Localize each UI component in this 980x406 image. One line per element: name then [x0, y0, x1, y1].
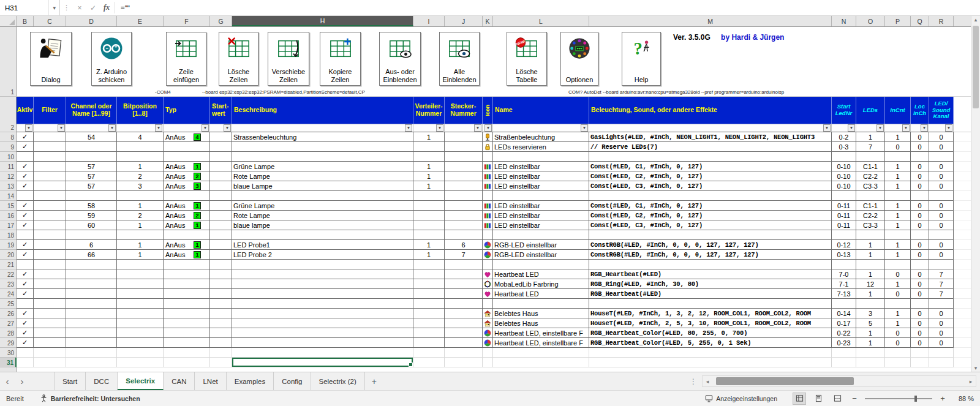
cell-D11[interactable]: 57: [66, 162, 117, 171]
scroll-down-icon[interactable]: ▾: [971, 365, 980, 371]
cell-Q24[interactable]: 0: [911, 289, 929, 299]
cell-F26[interactable]: [164, 309, 210, 318]
cell-R27[interactable]: 0: [929, 318, 954, 328]
column-header-O[interactable]: O: [856, 16, 885, 26]
tab-config[interactable]: Config: [274, 372, 311, 390]
cell-E17[interactable]: 1: [117, 220, 164, 230]
tab-dcc[interactable]: DCC: [86, 372, 118, 390]
toolbar-button-lösche-zeilen[interactable]: Lösche Zeilen: [219, 32, 258, 86]
cell-O16[interactable]: C2-2: [856, 211, 885, 220]
row-header-17[interactable]: 17: [0, 220, 17, 230]
cell-O20[interactable]: 1: [856, 250, 885, 260]
cell-R12[interactable]: 0: [929, 171, 954, 181]
cell-K8[interactable]: [483, 132, 493, 142]
cell-I16[interactable]: [413, 211, 445, 220]
cell-I22[interactable]: [413, 269, 445, 279]
tab-can[interactable]: CAN: [164, 372, 195, 390]
cell-Q15[interactable]: 0: [911, 201, 929, 211]
cell-P30[interactable]: [885, 348, 911, 358]
cell-R9[interactable]: 0: [929, 142, 954, 152]
cell-L20[interactable]: RGB-LED einstellbar: [493, 250, 589, 260]
cell-P28[interactable]: 0: [885, 328, 911, 338]
cell-B10[interactable]: [17, 152, 34, 162]
cell-M8[interactable]: GasLights(#LED, #InCh, NEON_LIGHT1, NEON…: [589, 132, 832, 142]
cell-O13[interactable]: C3-3: [856, 181, 885, 191]
cell-H11[interactable]: Grüne Lampe: [232, 162, 413, 171]
cell-Q20[interactable]: 0: [911, 250, 929, 260]
row-header-20[interactable]: 20: [0, 250, 17, 260]
cell-G23[interactable]: [210, 279, 232, 289]
cell-J16[interactable]: [445, 211, 483, 220]
cell-J29[interactable]: [445, 338, 483, 348]
cell-I10[interactable]: [413, 152, 445, 162]
scrollbar-resize-handle[interactable]: ⋮: [690, 377, 697, 386]
cell-D25[interactable]: [66, 299, 117, 309]
cell-P19[interactable]: 1: [885, 240, 911, 250]
scroll-right-icon[interactable]: ▸: [966, 378, 976, 385]
cell-G11[interactable]: [210, 162, 232, 171]
cell-M31[interactable]: [589, 358, 832, 367]
cell-O29[interactable]: 1: [856, 338, 885, 348]
column-header-E[interactable]: E: [117, 16, 164, 26]
cell-F10[interactable]: [164, 152, 210, 162]
row-header-26[interactable]: 26: [0, 309, 17, 318]
cell-O19[interactable]: 1: [856, 240, 885, 250]
tab-start[interactable]: Start: [54, 372, 86, 390]
cell-E24[interactable]: [117, 289, 164, 299]
cell-B16[interactable]: ✓: [17, 211, 34, 220]
name-box[interactable]: H31 ▾: [0, 0, 60, 15]
cell-D23[interactable]: [66, 279, 117, 289]
cell-J14[interactable]: [445, 191, 483, 201]
cell-P11[interactable]: 1: [885, 162, 911, 171]
row-header-19[interactable]: 19: [0, 240, 17, 250]
cell-G31[interactable]: [210, 358, 232, 367]
row-header-12[interactable]: 12: [0, 171, 17, 181]
filter-button-I[interactable]: ▼: [436, 124, 443, 132]
row-header-23[interactable]: 23: [0, 279, 17, 289]
cell-L19[interactable]: RGB-LED einstellbar: [493, 240, 589, 250]
cell-D24[interactable]: [66, 289, 117, 299]
filter-button-J[interactable]: ▼: [474, 124, 481, 132]
cell-F29[interactable]: [164, 338, 210, 348]
page-break-view-button[interactable]: [831, 393, 844, 405]
cell-L28[interactable]: Heartbeat LED, einstellbare F: [493, 328, 589, 338]
cell-Q9[interactable]: 0: [911, 142, 929, 152]
cell-L23[interactable]: MobaLedLib Farbring: [493, 279, 589, 289]
cell-B21[interactable]: [17, 260, 34, 269]
cell-B8[interactable]: ✓: [17, 132, 34, 142]
cell-D13[interactable]: 57: [66, 181, 117, 191]
cell-I9[interactable]: [413, 142, 445, 152]
cell-C11[interactable]: [34, 162, 66, 171]
cell-H24[interactable]: [232, 289, 413, 299]
cell-G21[interactable]: [210, 260, 232, 269]
cell-H19[interactable]: LED Probe1: [232, 240, 413, 250]
cell-L27[interactable]: Belebtes Haus: [493, 318, 589, 328]
cell-G18[interactable]: [210, 230, 232, 240]
cell-H22[interactable]: [232, 269, 413, 279]
cell-E16[interactable]: 2: [117, 211, 164, 220]
toolbar-button-aus-oder-einblenden[interactable]: Aus- oder Einblenden: [379, 32, 421, 86]
cell-O12[interactable]: C2-2: [856, 171, 885, 181]
cell-J31[interactable]: [445, 358, 483, 367]
cell-Q28[interactable]: 0: [911, 328, 929, 338]
column-header-D[interactable]: D: [66, 16, 117, 26]
cell-N26[interactable]: 0-14: [832, 309, 856, 318]
cell-R28[interactable]: 0: [929, 328, 954, 338]
cell-F30[interactable]: [164, 348, 210, 358]
cell-J12[interactable]: [445, 171, 483, 181]
vertical-scrollbar[interactable]: ▴ ▾: [971, 16, 980, 372]
cell-O11[interactable]: C1-1: [856, 162, 885, 171]
cell-E30[interactable]: [117, 348, 164, 358]
cell-Q13[interactable]: 0: [911, 181, 929, 191]
cell-I20[interactable]: 1: [413, 250, 445, 260]
cell-R24[interactable]: 7: [929, 289, 954, 299]
cell-F24[interactable]: [164, 289, 210, 299]
filter-button-G[interactable]: ▼: [224, 124, 231, 132]
cell-L12[interactable]: LED einstellbar: [493, 171, 589, 181]
cell-C30[interactable]: [34, 348, 66, 358]
cell-C19[interactable]: [34, 240, 66, 250]
column-header-L[interactable]: L: [493, 16, 589, 26]
tab-scroll-right-icon[interactable]: ›: [15, 372, 29, 390]
cell-P25[interactable]: [885, 299, 911, 309]
cell-R31[interactable]: [929, 358, 954, 367]
